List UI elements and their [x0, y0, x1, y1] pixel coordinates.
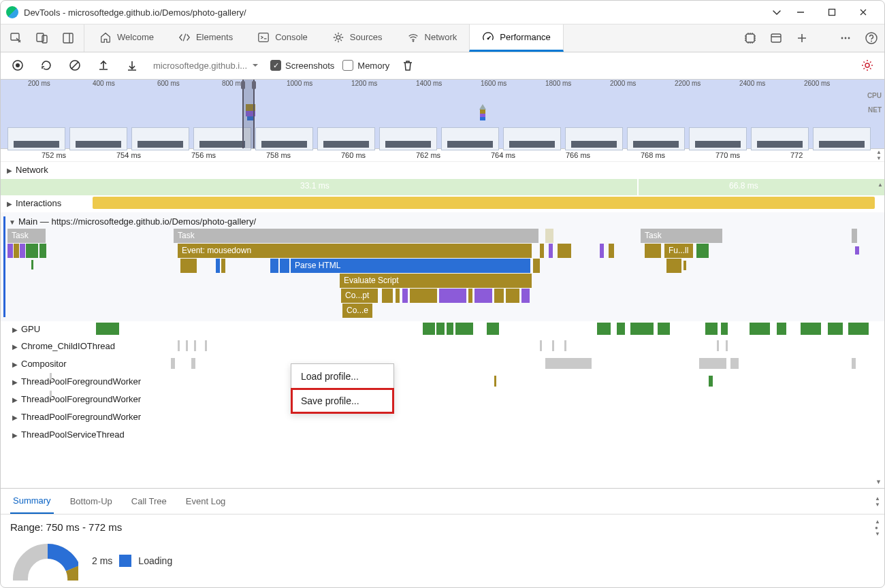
- flame-slice[interactable]: [216, 259, 220, 273]
- flame-slice[interactable]: [20, 244, 25, 258]
- flame-event[interactable]: Event: mousedown: [178, 244, 532, 258]
- tab-event-log[interactable]: Event Log: [183, 489, 229, 513]
- flame-slice[interactable]: [396, 289, 400, 303]
- flame-slice[interactable]: [270, 259, 278, 273]
- download-profile-button[interactable]: [122, 55, 142, 76]
- add-tab-icon[interactable]: [789, 24, 815, 52]
- maximize-button[interactable]: [816, 1, 848, 24]
- tab-summary[interactable]: Summary: [10, 489, 54, 514]
- screenshots-checkbox[interactable]: Screenshots: [270, 60, 334, 71]
- gpu-block[interactable]: [617, 323, 625, 335]
- details-scroll-arrows[interactable]: ▲▼: [875, 495, 880, 508]
- open-tab-icon[interactable]: [763, 24, 789, 52]
- tab-console[interactable]: Console: [245, 24, 320, 52]
- inspect-element-icon[interactable]: [5, 28, 28, 48]
- flame-slice[interactable]: [549, 244, 553, 258]
- gpu-block[interactable]: [658, 323, 670, 335]
- reload-record-button[interactable]: [36, 55, 57, 76]
- gpu-block[interactable]: [447, 323, 453, 335]
- flame-slice[interactable]: [26, 244, 38, 258]
- flame-slice[interactable]: [852, 229, 857, 243]
- capture-settings-icon[interactable]: [857, 55, 878, 76]
- flame-task[interactable]: Task: [7, 229, 46, 243]
- flame-slice[interactable]: [39, 244, 46, 258]
- clear-button[interactable]: [65, 55, 85, 76]
- interaction-bar[interactable]: [93, 197, 875, 209]
- flame-slice[interactable]: [7, 244, 13, 258]
- record-button[interactable]: [7, 55, 28, 76]
- more-options-icon[interactable]: [833, 24, 858, 52]
- flame-slice[interactable]: [683, 261, 686, 270]
- flame-compile[interactable]: Co...pt: [341, 289, 378, 303]
- flame-slice[interactable]: [540, 244, 544, 258]
- tab-sources[interactable]: Sources: [320, 24, 395, 52]
- gpu-block[interactable]: [848, 323, 869, 335]
- flame-slice[interactable]: [14, 244, 19, 258]
- upload-profile-button[interactable]: [93, 55, 114, 76]
- menu-load-profile[interactable]: Load profile...: [291, 364, 393, 389]
- menu-save-profile[interactable]: Save profile...: [291, 389, 393, 413]
- flame-slice[interactable]: [521, 289, 530, 303]
- selection-handle-right[interactable]: [252, 81, 256, 89]
- flame-slice[interactable]: [666, 259, 681, 273]
- overview-timeline[interactable]: 200 ms 400 ms 600 ms 800 ms 1000 ms 1200…: [1, 80, 884, 149]
- flamechart-panel[interactable]: ▶Network ▶Frames 33.1 ms 66.8 ms ▲ ▶Inte…: [1, 162, 884, 489]
- flame-slice[interactable]: [410, 289, 437, 303]
- flame-slice[interactable]: [31, 260, 33, 270]
- track-main[interactable]: ▼Main — https://microsoftedge.github.io/…: [1, 212, 884, 321]
- flame-slice[interactable]: [180, 259, 197, 273]
- tab-bottom-up[interactable]: Bottom-Up: [67, 489, 115, 513]
- tab-performance[interactable]: Performance: [469, 24, 563, 52]
- flame-slice[interactable]: [696, 244, 709, 258]
- device-toolbar-icon[interactable]: [31, 28, 54, 48]
- ruler-scroll-arrows[interactable]: ▲▼: [876, 149, 882, 161]
- flame-slice[interactable]: [545, 229, 553, 243]
- memory-checkbox[interactable]: Memory: [342, 60, 389, 71]
- tab-elements[interactable]: Elements: [166, 24, 245, 52]
- delete-profile-button[interactable]: [398, 55, 418, 76]
- gpu-block[interactable]: [436, 323, 445, 335]
- flame-slice[interactable]: [280, 259, 289, 273]
- track-frames[interactable]: ▶Frames 33.1 ms 66.8 ms ▲: [1, 179, 884, 195]
- flame-slice[interactable]: [382, 289, 393, 303]
- close-button[interactable]: [848, 1, 879, 24]
- profile-url-select[interactable]: microsoftedge.github.i...: [150, 61, 262, 71]
- track-child-io[interactable]: ▶Chrome_ChildIOThread: [1, 338, 884, 355]
- flame-slice[interactable]: [468, 289, 472, 303]
- help-icon[interactable]: [858, 24, 884, 52]
- chevron-down-icon[interactable]: [769, 1, 785, 24]
- track-tp-fg-a[interactable]: ▶ThreadPoolForegroundWorker: [1, 373, 884, 391]
- gpu-block[interactable]: [423, 323, 435, 335]
- flame-parsehtml[interactable]: Parse HTML: [291, 259, 530, 273]
- flame-slice[interactable]: [506, 289, 519, 303]
- flame-task[interactable]: Task: [641, 229, 722, 243]
- overview-selection[interactable]: [242, 80, 255, 148]
- gpu-block[interactable]: [721, 323, 728, 335]
- flame-slice[interactable]: [855, 246, 859, 255]
- tab-welcome[interactable]: Welcome: [87, 24, 166, 52]
- gpu-block[interactable]: [630, 323, 654, 335]
- track-up-arrow[interactable]: ▲: [878, 182, 883, 188]
- flame-slice[interactable]: [402, 289, 408, 303]
- gpu-block[interactable]: [455, 323, 473, 335]
- flame-slice[interactable]: [439, 289, 466, 303]
- memory-tool-icon[interactable]: [737, 24, 763, 52]
- gpu-block[interactable]: [487, 323, 499, 335]
- gpu-block[interactable]: [777, 323, 786, 335]
- selection-handle-left[interactable]: [241, 81, 245, 89]
- flame-slice[interactable]: [645, 244, 661, 258]
- gpu-block[interactable]: [750, 323, 770, 335]
- dock-side-icon[interactable]: [57, 28, 80, 48]
- gpu-block[interactable]: [801, 323, 821, 335]
- flame-slice[interactable]: [600, 244, 604, 258]
- track-interactions[interactable]: ▶Interactions: [1, 195, 884, 212]
- track-tp-fg-b[interactable]: ▶ThreadPoolForegroundWorker: [1, 391, 884, 408]
- flame-slice[interactable]: [609, 244, 614, 258]
- tab-call-tree[interactable]: Call Tree: [129, 489, 170, 513]
- gpu-block[interactable]: [828, 323, 843, 335]
- track-gpu[interactable]: ▶GPU: [1, 321, 884, 338]
- track-tp-fg-c[interactable]: ▶ThreadPoolForegroundWorker: [1, 408, 884, 426]
- track-network[interactable]: ▶Network: [1, 162, 884, 179]
- flame-slice[interactable]: [494, 289, 504, 303]
- tracks-scroll-down[interactable]: ▼: [875, 478, 882, 485]
